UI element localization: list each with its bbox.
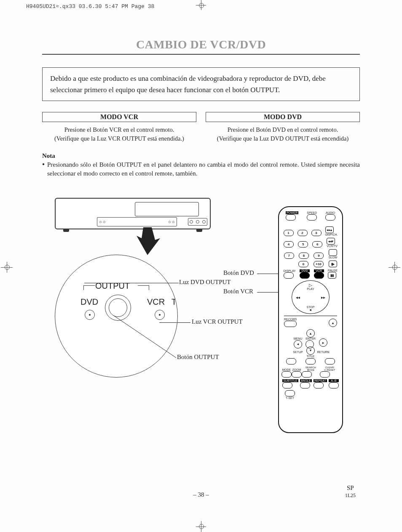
remote-return-label: RETURN [317, 351, 329, 354]
svg-line-1 [114, 316, 176, 358]
remote-record-button [284, 321, 297, 327]
mode-vcr-heading: MODO VCR [42, 112, 196, 122]
remote-mode-button [281, 371, 292, 378]
remote-dvd-label: DVD [300, 269, 310, 272]
remote-pause-label: PAUSE [328, 269, 338, 272]
callout-boton-vcr: Botón VCR [223, 288, 253, 295]
remote-ab-button [329, 382, 339, 388]
mode-dvd-text: Presione el Botón DVD en el control remo… [206, 125, 360, 143]
remote-vcr-button [314, 272, 324, 279]
nota-label: Nota [42, 152, 360, 160]
remote-subtitle-button [282, 382, 292, 388]
remote-audio-label: AUDIO [325, 211, 335, 214]
remote-dpad: ▴ MENU◂ ENTER ▸ SETUP ▾TITLE RETURN [292, 329, 330, 356]
crop-mark-bottom [195, 519, 207, 532]
print-header: H9405UD2î≈.qx33 03.6.30 5:47 PM Page 38 [26, 3, 154, 10]
remote-num-5: 5 [298, 241, 308, 247]
remote-clear-label: CLEAR/ C.RESET [320, 366, 340, 371]
remote-illustration: POWER SPEED AUDIO 1 2 3 ▸▸▴SKIP/CH. 4 5 … [278, 206, 343, 433]
mode-dvd-heading: MODO DVD [206, 112, 360, 122]
leader-output [114, 316, 177, 362]
mode-vcr-line2: (Verifique que la Luz VCR OUTPUT está en… [54, 135, 184, 142]
crop-mark-top [195, 0, 207, 13]
remote-slow-label: SLOW [329, 256, 338, 259]
remote-vcr-label: VCR [314, 269, 324, 272]
remote-num-6: 6 [312, 241, 322, 247]
remote-angle-button [300, 382, 310, 388]
remote-speed-label: SPEED [307, 211, 317, 214]
remote-skip-down-button: ◂◂▾ [327, 238, 335, 245]
remote-subtitle-label: SUBTITLE [282, 379, 298, 382]
remote-power-button [286, 214, 296, 221]
remote-stop-label: STOP [307, 306, 315, 309]
remote-left-button: ◂ [294, 340, 302, 348]
remote-angle-label: ANGLE [300, 379, 312, 382]
nota-item: Presionando sólo el Botón OUTPUT en el p… [42, 160, 360, 178]
remote-power-label: POWER [286, 211, 298, 214]
remote-record-label: RECORD [284, 318, 297, 321]
remote-tset-label: T-SET [285, 396, 295, 399]
zoom-vcr-label: VCR [147, 297, 165, 307]
callout-luz-dvd: Luz DVD OUTPUT [179, 279, 230, 286]
remote-num-0: 0 [298, 261, 308, 267]
remote-num-9: 9 [314, 253, 324, 259]
mode-dvd-column: MODO DVD Presione el Botón DVD en el con… [206, 112, 360, 143]
zoom-tl-label: TI [172, 297, 178, 307]
remote-repeat-button [314, 382, 324, 388]
remote-skip-up-button: ▸▸▴ [325, 226, 334, 233]
mode-dvd-line2: (Verifique que la Luz DVD OUTPUT está en… [217, 135, 349, 142]
remote-speed-button [307, 214, 317, 221]
remote-zoom-label: ZOOM [292, 368, 302, 371]
remote-rew-icon: ◂◂ [296, 295, 300, 300]
remote-zoom-button [292, 371, 302, 378]
footer-code: 1L25 [345, 492, 356, 498]
remote-menu-label: MENU [294, 337, 303, 340]
remote-eject-button: ▴ [329, 319, 337, 327]
zoom-dvd-label: DVD [80, 297, 98, 307]
nota-list: Presionando sólo el Botón OUTPUT en el p… [42, 160, 360, 178]
manual-page: H9405UD2î≈.qx33 03.6.30 5:47 PM Page 38 … [0, 0, 402, 532]
remote-num-1: 1 [284, 230, 294, 236]
remote-right-button: ▸ [319, 338, 327, 347]
remote-title-button [306, 358, 316, 364]
remote-title-label: TITLE [306, 355, 315, 358]
page-title: CAMBIO DE VCR/DVD [42, 38, 360, 55]
remote-slow-button [329, 249, 337, 256]
zoom-arrow-icon [135, 227, 160, 257]
remote-tset-button [285, 390, 295, 396]
diagram-area: ⊙ ⊙⊙ ⊙ OUTPUT DVD VCR TI Luz DVD OUTPUT … [42, 185, 360, 446]
mode-dvd-line1: Presione el Botón DVD en el control remo… [228, 126, 338, 133]
svg-marker-0 [137, 227, 160, 255]
callout-luz-vcr: Luz VCR OUTPUT [192, 318, 243, 325]
remote-transport-pad: ▷PLAY STOP■ ◂◂ ▸▸ [292, 280, 330, 314]
remote-setup-label: SETUP [293, 351, 303, 354]
remote-ab-label: A–B [329, 379, 339, 382]
remote-play-label: PLAY [307, 287, 314, 290]
remote-num-4: 4 [284, 241, 294, 247]
page-number: – 38 – [0, 491, 402, 498]
intro-box: Debido a que este producto es una combin… [42, 67, 360, 101]
callout-boton-dvd: Botón DVD [223, 269, 254, 277]
footer-sp: SP 1L25 [345, 484, 356, 498]
remote-pause-button: ▮▮ [328, 272, 336, 279]
remote-num-7: 7 [284, 253, 294, 259]
remote-search-button [302, 371, 312, 378]
device-illustration: ⊙ ⊙⊙ ⊙ [55, 198, 211, 229]
remote-up-button: ▴ [306, 329, 315, 338]
mode-vcr-column: MODO VCR Presione el Botón VCR en el con… [42, 112, 196, 143]
remote-down-button: ▾ [306, 346, 315, 355]
remote-dvd-button [300, 272, 310, 279]
remote-num-8: 8 [299, 253, 309, 259]
remote-skipch-label: SKIP/CH. [325, 233, 338, 236]
remote-search-label: SEARCH MODE [302, 366, 320, 371]
remote-return-button [325, 358, 335, 364]
remote-mode-label: MODE [281, 368, 292, 371]
remote-clear-button [320, 371, 330, 378]
crop-mark-right [389, 261, 401, 274]
crop-mark-left [1, 261, 13, 274]
callout-boton-output: Botón OUTPUT [177, 354, 219, 361]
remote-num-2: 2 [297, 230, 308, 236]
remote-step-button: ▮▸ [329, 261, 337, 267]
remote-display-button [284, 272, 294, 279]
dvd-led-icon [85, 310, 95, 320]
